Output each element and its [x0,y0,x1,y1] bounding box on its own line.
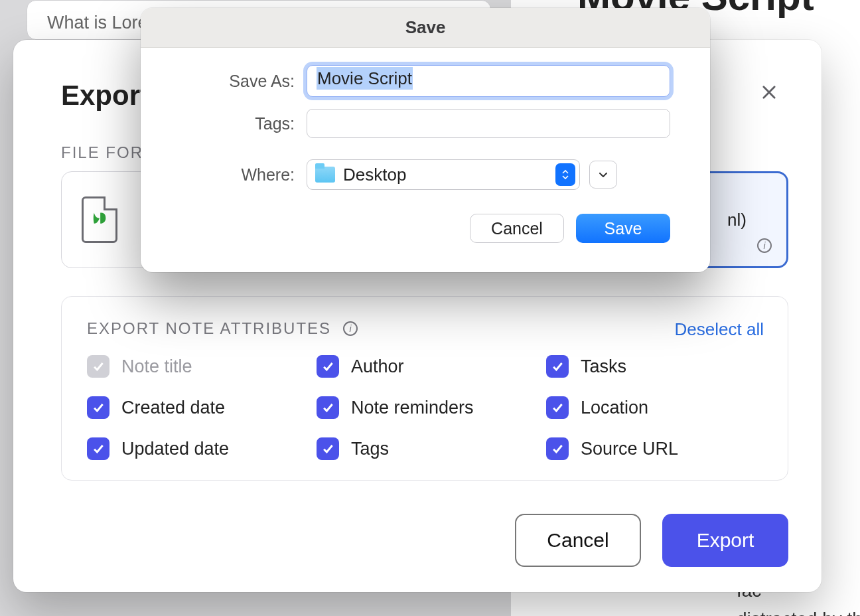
checkbox-tasks[interactable] [546,355,569,378]
tags-input[interactable] [307,109,670,138]
save-action-row: Cancel Save [180,214,670,243]
attr-label: Tags [351,439,389,459]
export-button[interactable]: Export [662,514,788,567]
deselect-all-link[interactable]: Deselect all [675,319,764,340]
checkbox-author[interactable] [317,355,339,378]
checkbox-source-url[interactable] [546,437,569,460]
cancel-button[interactable]: Cancel [470,214,564,243]
save-sheet: Save Save As: Movie Script Tags: Where: … [141,8,710,272]
close-button[interactable] [755,78,783,106]
checkbox-updated-date[interactable] [87,437,109,460]
attr-note-reminders[interactable]: Note reminders [317,396,533,419]
format-label: nl) [727,210,747,230]
attr-tags[interactable]: Tags [317,437,533,460]
checkbox-location[interactable] [546,396,569,419]
attr-updated-date[interactable]: Updated date [87,437,303,460]
attr-label: Tasks [581,356,626,377]
save-as-label: Save As: [180,72,307,91]
attr-label: Note title [121,356,192,377]
info-icon[interactable]: i [757,238,772,253]
attr-label: Author [351,356,404,377]
save-as-input[interactable]: Movie Script [307,65,670,97]
updown-stepper-icon [555,163,575,186]
folder-icon [315,167,335,183]
export-attributes-panel: EXPORT NOTE ATTRIBUTES i Deselect all No… [61,296,788,481]
checkbox-note-title [87,355,109,378]
attr-label: Location [581,398,648,418]
attr-label: Created date [121,398,225,418]
expand-disclosure-button[interactable] [589,161,617,189]
save-button[interactable]: Save [576,214,670,243]
attr-label: Updated date [121,439,229,459]
attr-tasks[interactable]: Tasks [546,355,762,378]
checkbox-tags[interactable] [317,437,339,460]
save-as-value: Movie Script [317,67,413,90]
attr-author[interactable]: Author [317,355,533,378]
attributes-label: EXPORT NOTE ATTRIBUTES [87,319,331,338]
info-icon[interactable]: i [343,321,358,336]
where-value: Desktop [343,165,406,185]
cancel-button[interactable]: Cancel [515,514,641,567]
attr-location[interactable]: Location [546,396,762,419]
tags-label: Tags: [180,114,307,133]
checkbox-created-date[interactable] [87,396,109,419]
attr-source-url[interactable]: Source URL [546,437,762,460]
checkbox-note-reminders[interactable] [317,396,339,419]
where-popup[interactable]: Desktop [307,159,580,190]
file-icon [82,196,117,243]
export-action-row: Cancel Export [515,514,788,567]
where-label: Where: [180,165,307,185]
attr-note-title: Note title [87,355,303,378]
attr-label: Note reminders [351,398,474,418]
attr-created-date[interactable]: Created date [87,396,303,419]
save-title: Save [141,8,710,48]
attr-label: Source URL [581,439,678,459]
